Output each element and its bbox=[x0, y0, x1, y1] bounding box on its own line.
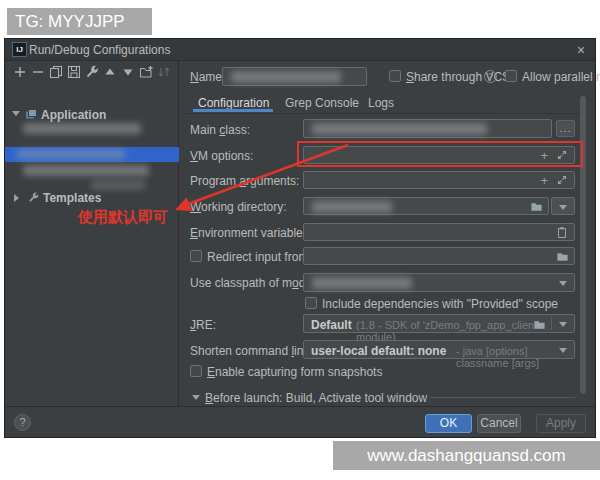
apply-button[interactable]: Apply bbox=[536, 414, 586, 433]
help-button[interactable]: ? bbox=[14, 414, 31, 431]
shorten-hint: - java [options] classname [args] bbox=[456, 345, 574, 369]
capture-snapshots-label: Enable capturing form snapshots bbox=[207, 365, 382, 379]
chevron-down-icon bbox=[559, 322, 567, 327]
tab-grep-console[interactable]: Grep Console bbox=[285, 96, 359, 110]
shorten-command-line-label: Shorten command line: bbox=[190, 344, 313, 358]
shorten-command-line-select[interactable]: user-local default: none - java [options… bbox=[303, 340, 575, 359]
redacted-tree-item[interactable] bbox=[23, 165, 149, 176]
form-scrollbar[interactable] bbox=[580, 96, 586, 394]
provided-scope-checkbox[interactable] bbox=[305, 297, 317, 309]
environment-variables-input[interactable] bbox=[303, 223, 575, 241]
ok-button[interactable]: OK bbox=[425, 414, 472, 433]
tab-strip-divider bbox=[183, 113, 588, 114]
chevron-down-icon bbox=[559, 348, 567, 353]
before-launch-label[interactable]: Before launch: Build, Activate tool wind… bbox=[205, 391, 427, 405]
working-directory-label: Working directory: bbox=[190, 200, 286, 214]
selected-tab-underline bbox=[193, 109, 273, 112]
edit-templates-wrench-icon[interactable] bbox=[84, 64, 100, 80]
redacted-value bbox=[17, 149, 125, 159]
redacted-tree-item[interactable] bbox=[91, 180, 145, 190]
shorten-value: user-local default: none bbox=[311, 344, 446, 358]
share-through-vcs-checkbox[interactable] bbox=[389, 70, 401, 82]
intellij-logo-icon: IJ bbox=[12, 42, 27, 57]
folder-icon[interactable] bbox=[556, 250, 569, 266]
templates-wrench-icon bbox=[27, 191, 40, 207]
jre-label: JRE: bbox=[190, 318, 216, 332]
application-icon bbox=[24, 107, 38, 124]
clipboard-icon[interactable] bbox=[556, 226, 568, 242]
info-icon[interactable]: ? bbox=[484, 70, 497, 83]
program-arguments-input[interactable]: + bbox=[303, 171, 575, 189]
redacted-value bbox=[312, 277, 412, 289]
templates-expand-caret[interactable] bbox=[14, 194, 19, 202]
vm-options-label: VM options: bbox=[190, 149, 253, 163]
provided-scope-label: Include dependencies with "Provided" sco… bbox=[322, 297, 558, 311]
add-icon[interactable]: + bbox=[540, 172, 548, 189]
redacted-value bbox=[312, 123, 487, 135]
tab-configuration[interactable]: Configuration bbox=[198, 96, 269, 110]
program-arguments-label: Program arguments: bbox=[190, 174, 299, 188]
folder-icon[interactable] bbox=[530, 200, 543, 216]
add-configuration-icon[interactable] bbox=[12, 64, 28, 80]
redirect-input-label: Redirect input from: bbox=[207, 250, 312, 264]
expand-editor-icon[interactable] bbox=[556, 174, 568, 189]
expand-editor-icon[interactable] bbox=[556, 149, 568, 164]
classpath-module-select[interactable] bbox=[303, 273, 575, 292]
copy-configuration-icon[interactable] bbox=[48, 64, 64, 80]
name-input[interactable] bbox=[222, 67, 367, 86]
redacted-value bbox=[312, 201, 392, 213]
tree-group-application[interactable]: Application bbox=[41, 108, 106, 122]
application-expand-caret[interactable] bbox=[12, 111, 20, 116]
chevron-down-icon bbox=[559, 281, 567, 286]
footer-divider bbox=[5, 406, 595, 407]
redirect-input-field[interactable] bbox=[303, 247, 575, 265]
jre-select[interactable]: Default (1.8 - SDK of 'zDemo_fpp_app_cli… bbox=[303, 314, 575, 333]
redacted-value bbox=[231, 71, 341, 83]
allow-parallel-run-checkbox[interactable] bbox=[505, 70, 517, 82]
new-folder-icon[interactable] bbox=[138, 64, 154, 80]
before-launch-caret[interactable] bbox=[192, 395, 200, 400]
working-directory-dropdown[interactable] bbox=[551, 197, 575, 215]
dialog-titlebar[interactable]: IJ Run/Debug Configurations × bbox=[5, 39, 595, 61]
remove-configuration-icon[interactable] bbox=[30, 64, 46, 80]
main-class-input[interactable] bbox=[303, 119, 552, 138]
tree-group-templates[interactable]: Templates bbox=[43, 191, 101, 205]
main-class-label: Main class: bbox=[190, 123, 250, 137]
browse-main-class-button[interactable]: ... bbox=[556, 120, 575, 137]
environment-variables-label: Environment variables: bbox=[190, 226, 312, 240]
move-up-icon[interactable] bbox=[102, 64, 118, 80]
vm-options-input[interactable]: + bbox=[303, 146, 575, 164]
annotation-note: 使用默认即可 bbox=[78, 208, 168, 227]
run-debug-configurations-dialog: IJ Run/Debug Configurations × Applicatio… bbox=[4, 38, 596, 438]
sort-configurations-icon[interactable] bbox=[156, 64, 172, 80]
folder-icon[interactable] bbox=[533, 318, 546, 334]
allow-parallel-run-label: Allow parallel run bbox=[522, 70, 600, 84]
tree-item-selected[interactable] bbox=[5, 147, 179, 162]
divider bbox=[551, 317, 552, 330]
cancel-button[interactable]: Cancel bbox=[477, 414, 521, 433]
close-icon[interactable]: × bbox=[572, 41, 590, 59]
save-configuration-icon[interactable] bbox=[66, 64, 82, 80]
move-down-icon[interactable] bbox=[120, 64, 136, 80]
divider bbox=[429, 397, 575, 398]
dialog-title: Run/Debug Configurations bbox=[29, 43, 170, 57]
configurations-tree-panel: Application Templates bbox=[5, 61, 179, 406]
redacted-tree-item[interactable] bbox=[23, 123, 141, 134]
watermark-top: TG: MYYJJPP bbox=[7, 8, 152, 35]
jre-value: Default bbox=[311, 318, 352, 332]
add-icon[interactable]: + bbox=[540, 147, 548, 164]
tab-logs[interactable]: Logs bbox=[368, 96, 394, 110]
watermark-bottom: www.dashangquansd.com bbox=[333, 441, 600, 470]
redirect-input-checkbox[interactable] bbox=[190, 250, 202, 262]
working-directory-input[interactable] bbox=[303, 197, 549, 215]
capture-snapshots-checkbox[interactable] bbox=[190, 365, 202, 377]
chevron-down-icon bbox=[559, 205, 567, 210]
name-label: Name: bbox=[190, 70, 225, 84]
